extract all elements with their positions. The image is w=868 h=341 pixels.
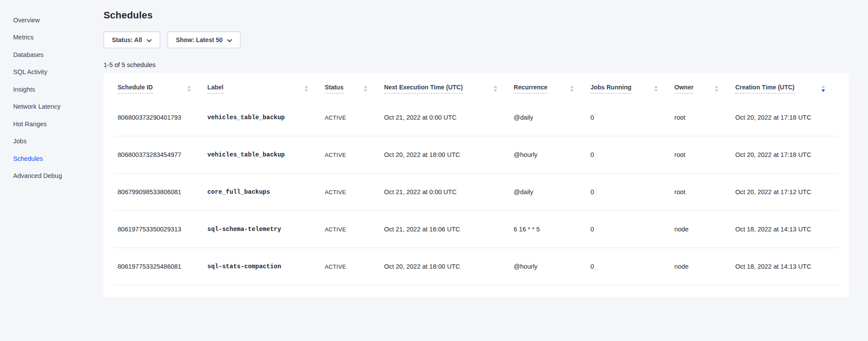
cell-recurrence: @hourly — [510, 248, 587, 285]
sidebar-item-label: Insights — [13, 86, 35, 93]
cell-creation-time: Oct 20, 2022 at 17:12 UTC — [732, 174, 838, 211]
column-header-label[interactable]: Schedule ID — [118, 84, 153, 94]
cell-label: vehicles_table_backup — [204, 136, 321, 174]
cell-owner: root — [671, 174, 732, 211]
sidebar-item-label: Overview — [13, 17, 39, 24]
sidebar-item[interactable]: Jobs — [13, 133, 104, 150]
sort-arrows-icon[interactable] — [654, 85, 658, 92]
column-header-label[interactable]: Jobs Running — [590, 84, 631, 94]
sidebar-item[interactable]: Network Latency — [13, 98, 104, 116]
cell-status: ACTIVE — [321, 211, 380, 248]
sidebar-item[interactable]: Schedules — [13, 150, 104, 167]
sidebar-item-label: Hot Ranges — [13, 121, 47, 128]
column-header: Next Execution Time (UTC) — [380, 73, 510, 99]
cell-status: ACTIVE — [321, 136, 380, 174]
sidebar-nav: Overview Metrics Databases SQL Activity … — [0, 0, 104, 341]
cell-label: vehicles_table_backup — [204, 99, 321, 136]
sort-arrows-icon[interactable] — [364, 85, 367, 92]
sort-arrows-icon[interactable] — [715, 85, 718, 92]
cell-creation-time: Oct 20, 2022 at 17:18 UTC — [732, 99, 838, 136]
cell-label: sql-stats-compaction — [204, 248, 321, 285]
sidebar-item[interactable]: Databases — [13, 46, 104, 64]
sidebar-item[interactable]: Insights — [13, 81, 104, 98]
column-header-label[interactable]: Creation Time (UTC) — [735, 84, 794, 94]
sidebar-item-label: Advanced Debug — [13, 172, 62, 179]
cell-next-execution: Oct 21, 2022 at 0:00 UTC — [380, 174, 510, 211]
cell-jobs-running: 0 — [587, 136, 671, 174]
cell-schedule-id: 806799098533806081 — [114, 174, 204, 211]
cell-next-execution: Oct 20, 2022 at 18:00 UTC — [380, 136, 510, 174]
cell-jobs-running: 0 — [587, 174, 671, 211]
column-header: Creation Time (UTC) — [732, 73, 838, 99]
filter-bar: Status: All Show: Latest 50 — [104, 32, 849, 48]
cell-jobs-running: 0 — [587, 248, 671, 285]
sidebar-item-label: Jobs — [13, 138, 27, 145]
cell-label: core_full_backups — [204, 174, 321, 211]
schedules-table-card: Schedule ID Label — [104, 73, 849, 297]
cell-owner: node — [671, 248, 732, 285]
cell-jobs-running: 0 — [587, 211, 671, 248]
sort-arrows-icon[interactable] — [570, 85, 574, 92]
sort-arrows-icon[interactable] — [305, 85, 308, 92]
table-header-row: Schedule ID Label — [114, 73, 838, 99]
cell-next-execution: Oct 20, 2022 at 18:00 UTC — [380, 248, 510, 285]
cell-creation-time: Oct 20, 2022 at 17:18 UTC — [732, 136, 838, 174]
cell-owner: node — [671, 211, 732, 248]
column-header-label[interactable]: Recurrence — [514, 84, 548, 94]
status-filter-dropdown[interactable]: Status: All — [104, 32, 160, 48]
show-filter-dropdown[interactable]: Show: Latest 50 — [168, 32, 241, 48]
cell-label: sql-schema-telemetry — [204, 211, 321, 248]
sort-arrows-icon[interactable] — [821, 85, 825, 92]
cell-schedule-id: 806800373290401793 — [114, 99, 204, 136]
results-count: 1-5 of 5 schedules — [104, 61, 849, 68]
sidebar-item-label: Databases — [13, 51, 43, 58]
sidebar-item[interactable]: SQL Activity — [13, 64, 104, 81]
column-header: Recurrence — [510, 73, 587, 99]
column-header: Schedule ID — [114, 73, 204, 99]
cell-recurrence: @daily — [510, 99, 587, 136]
cell-owner: root — [671, 99, 732, 136]
column-header-label[interactable]: Label — [208, 84, 224, 94]
sidebar-item-label: Network Latency — [13, 103, 61, 110]
cell-owner: root — [671, 136, 732, 174]
table-body: 806800373290401793 vehicles_table_backup… — [114, 99, 838, 285]
column-header-label[interactable]: Status — [325, 84, 344, 94]
cell-recurrence: @hourly — [510, 136, 587, 174]
page-title: Schedules — [104, 10, 849, 21]
table-row[interactable]: 806197753350029313 sql-schema-telemetry … — [114, 211, 838, 248]
cell-status: ACTIVE — [321, 174, 380, 211]
column-header: Label — [204, 73, 321, 99]
sidebar-item-label: Schedules — [13, 155, 43, 162]
table-row[interactable]: 806197753325486081 sql-stats-compaction … — [114, 248, 838, 285]
sidebar-item-label: SQL Activity — [13, 68, 47, 75]
sidebar-item[interactable]: Metrics — [13, 29, 104, 46]
chevron-down-icon — [227, 37, 232, 44]
sidebar-item[interactable]: Advanced Debug — [13, 167, 104, 185]
main-content: Schedules Status: All Show: Latest 50 1-… — [104, 0, 868, 297]
column-header-label[interactable]: Next Execution Time (UTC) — [384, 84, 463, 94]
table-row[interactable]: 806799098533806081 core_full_backups ACT… — [114, 174, 838, 211]
table-row[interactable]: 806800373290401793 vehicles_table_backup… — [114, 99, 838, 136]
show-filter-label: Show: Latest 50 — [176, 36, 223, 43]
cell-creation-time: Oct 18, 2022 at 14:13 UTC — [732, 248, 838, 285]
column-header-label[interactable]: Owner — [674, 84, 694, 94]
status-filter-label: Status: All — [112, 36, 142, 43]
table-row[interactable]: 806800373283454977 vehicles_table_backup… — [114, 136, 838, 174]
chevron-down-icon — [147, 37, 152, 44]
cell-next-execution: Oct 21, 2022 at 16:06 UTC — [380, 211, 510, 248]
sidebar-item[interactable]: Overview — [13, 11, 104, 29]
cell-creation-time: Oct 18, 2022 at 14:13 UTC — [732, 211, 838, 248]
cell-next-execution: Oct 21, 2022 at 0:00 UTC — [380, 99, 510, 136]
cell-schedule-id: 806197753350029313 — [114, 211, 204, 248]
cell-status: ACTIVE — [321, 248, 380, 285]
sort-arrows-icon[interactable] — [494, 85, 497, 92]
cell-schedule-id: 806197753325486081 — [114, 248, 204, 285]
sidebar-item[interactable]: Hot Ranges — [13, 115, 104, 133]
cell-status: ACTIVE — [321, 99, 380, 136]
sidebar-item-label: Metrics — [13, 34, 34, 41]
column-header: Jobs Running — [587, 73, 671, 99]
schedules-table: Schedule ID Label — [114, 73, 838, 285]
sort-arrows-icon[interactable] — [187, 85, 191, 92]
column-header: Status — [321, 73, 380, 99]
cell-recurrence: @daily — [510, 174, 587, 211]
